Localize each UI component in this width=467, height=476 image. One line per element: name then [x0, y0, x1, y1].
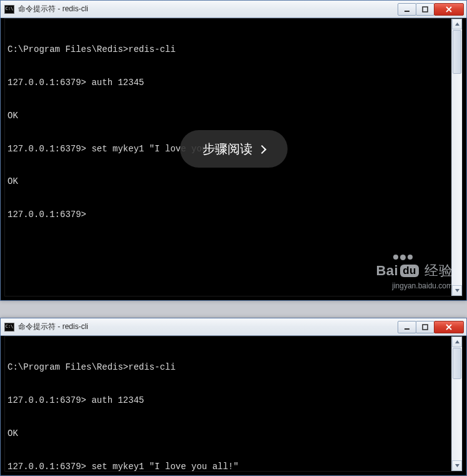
chevron-right-icon	[258, 145, 266, 154]
cmd-icon	[4, 323, 14, 332]
terminal-line: C:\Program Files\Redis>redis-cli	[8, 44, 449, 56]
svg-rect-1	[423, 7, 428, 12]
watermark-brand: Baidu经验	[376, 261, 453, 280]
svg-rect-2	[404, 328, 409, 330]
minimize-button[interactable]	[398, 321, 416, 333]
terminal-line: OK	[8, 111, 449, 122]
terminal-line: 127.0.0.1:6379> auth 12345	[8, 78, 449, 89]
scrollbar[interactable]	[451, 19, 462, 296]
scroll-down-button[interactable]	[452, 460, 462, 471]
close-button[interactable]	[434, 3, 464, 16]
close-button[interactable]	[434, 321, 464, 333]
terminal-body: C:\Program Files\Redis>redis-cli 127.0.0…	[4, 336, 463, 472]
window-title: 命令提示符 - redis-cli	[18, 4, 398, 14]
step-read-overlay[interactable]: 步骤阅读	[180, 130, 288, 168]
window-title: 命令提示符 - redis-cli	[18, 322, 398, 332]
window-controls	[398, 3, 464, 16]
terminal-line: OK	[8, 176, 449, 188]
scroll-up-button[interactable]	[452, 337, 462, 347]
titlebar[interactable]: 命令提示符 - redis-cli	[1, 1, 466, 18]
cmd-icon	[4, 5, 14, 14]
watermark-url: jingyan.baidu.com	[376, 281, 453, 290]
scroll-down-button[interactable]	[452, 285, 462, 296]
scroll-up-button[interactable]	[452, 19, 462, 29]
cmd-window-1: 命令提示符 - redis-cli C:\Program Files\Redis…	[0, 0, 467, 301]
terminal-line: 127.0.0.1:6379>	[8, 210, 449, 221]
scroll-thumb[interactable]	[453, 30, 461, 74]
window-controls	[398, 321, 464, 333]
svg-rect-3	[423, 325, 428, 330]
titlebar[interactable]: 命令提示符 - redis-cli	[1, 318, 466, 336]
minimize-button[interactable]	[398, 3, 416, 16]
scrollbar[interactable]	[451, 337, 462, 471]
terminal-line: OK	[8, 428, 449, 440]
scroll-thumb[interactable]	[453, 348, 461, 379]
terminal-output[interactable]: C:\Program Files\Redis>redis-cli 127.0.0…	[5, 337, 451, 471]
cmd-window-2: 命令提示符 - redis-cli C:\Program Files\Redis…	[0, 318, 467, 476]
maximize-button[interactable]	[416, 321, 434, 333]
overlay-label: 步骤阅读	[203, 141, 253, 158]
maximize-button[interactable]	[416, 3, 434, 16]
svg-rect-0	[404, 11, 409, 12]
baidu-watermark: Baidu经验 jingyan.baidu.com	[376, 255, 453, 290]
terminal-line: 127.0.0.1:6379> set mykey1 "I love you a…	[8, 462, 449, 471]
terminal-line: 127.0.0.1:6379> auth 12345	[8, 395, 449, 407]
paw-icon	[376, 255, 413, 260]
terminal-line: C:\Program Files\Redis>redis-cli	[8, 362, 449, 373]
